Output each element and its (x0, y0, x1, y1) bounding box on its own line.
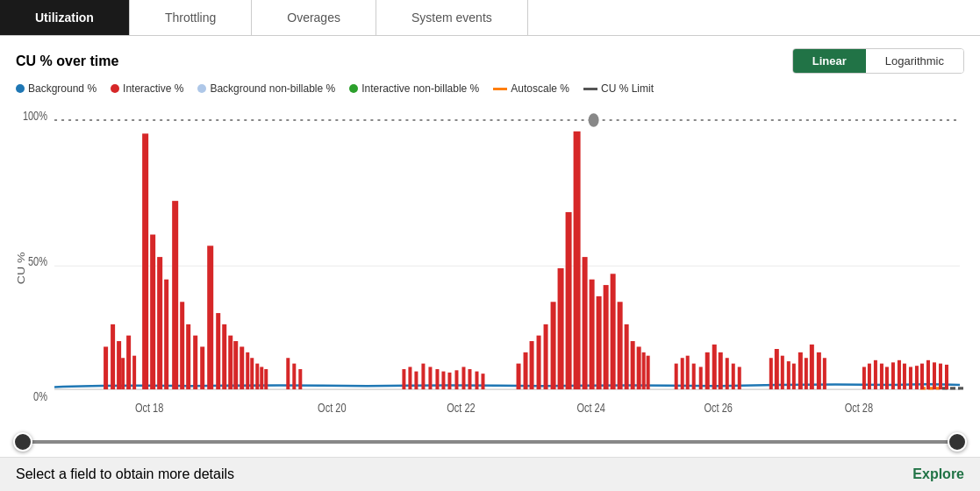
slider-track[interactable] (23, 440, 957, 444)
tab-system-events[interactable]: System events (376, 0, 528, 35)
bar (193, 336, 197, 389)
bar (408, 366, 411, 389)
background-pct-label: Background % (28, 82, 97, 95)
bar (264, 369, 268, 389)
slider-thumb-left[interactable] (13, 432, 32, 452)
autoscale-dash (493, 88, 507, 90)
y-label-100: 100% (23, 110, 47, 124)
bar (517, 364, 521, 389)
main-content: CU % over time Linear Logarithmic Backgr… (0, 36, 980, 457)
bar (637, 346, 641, 389)
bar (719, 352, 723, 389)
slider-row (16, 425, 964, 457)
bottom-bar: Select a field to obtain more details Ex… (0, 457, 980, 491)
bar (732, 364, 735, 389)
bar (246, 352, 249, 389)
bar (939, 364, 942, 389)
bar (233, 341, 238, 389)
bar (738, 366, 741, 389)
bar (530, 341, 534, 389)
bar (104, 346, 108, 389)
bar (537, 336, 541, 389)
bar (402, 369, 405, 389)
bar (216, 313, 220, 389)
bar (675, 364, 678, 389)
bar (180, 302, 184, 389)
slider-fill (23, 440, 957, 444)
background-pct-dot (16, 84, 25, 93)
bar (631, 341, 635, 389)
bar (880, 364, 883, 389)
bar (200, 346, 204, 389)
x-label-oct20: Oct 20 (318, 401, 346, 415)
legend-autoscale: Autoscale % (493, 82, 569, 95)
bar (121, 358, 125, 389)
bar (874, 360, 877, 389)
interactive-non-billable-label: Interactive non-billable % (361, 82, 479, 95)
bar (909, 366, 912, 389)
x-label-oct22: Oct 22 (447, 401, 475, 415)
x-label-oct26: Oct 26 (705, 401, 733, 415)
x-label-oct28: Oct 28 (845, 401, 873, 415)
bar (891, 362, 895, 389)
bar (915, 366, 919, 389)
background-non-billable-label: Background non-billable % (210, 82, 335, 95)
bar (699, 366, 703, 389)
x-label-oct24: Oct 24 (576, 401, 604, 415)
bar (132, 356, 136, 389)
bar (625, 324, 629, 389)
tab-throttling[interactable]: Throttling (130, 0, 252, 35)
slider-thumb-right[interactable] (948, 432, 967, 452)
bar (421, 364, 425, 389)
chart-area: 100% 50% 0% CU % (16, 100, 964, 425)
interactive-non-billable-dot (349, 84, 358, 93)
bar (454, 370, 458, 389)
bar (172, 201, 178, 389)
bar (583, 257, 588, 389)
chart-title: CU % over time (16, 53, 118, 69)
bar (920, 364, 924, 389)
bar (524, 352, 528, 389)
tab-overages[interactable]: Overages (252, 0, 376, 35)
bar (898, 360, 901, 389)
bar (428, 366, 432, 389)
bar (150, 235, 155, 390)
bar (117, 341, 121, 389)
bar (551, 302, 556, 389)
tab-utilization[interactable]: Utilization (0, 0, 130, 35)
bar-spike-oct18 (142, 133, 148, 389)
bar (604, 285, 609, 389)
bar (207, 246, 213, 389)
bar (260, 366, 263, 389)
legend-background-non-billable: Background non-billable % (197, 82, 335, 95)
chart-svg: 100% 50% 0% CU % (16, 100, 964, 425)
bar (414, 372, 418, 389)
y-label-50: 50% (28, 255, 47, 269)
bar (781, 356, 784, 389)
autoscale-label: Autoscale % (511, 82, 569, 95)
bar (240, 346, 244, 389)
explore-button[interactable]: Explore (912, 466, 964, 482)
bar (250, 358, 254, 389)
bar (817, 352, 821, 389)
bar (792, 364, 796, 389)
logarithmic-button[interactable]: Logarithmic (866, 49, 963, 73)
bar-spike-oct24 (574, 132, 581, 389)
bar (481, 374, 484, 389)
bar (705, 352, 710, 389)
bar (544, 324, 548, 389)
bar (823, 358, 826, 389)
bar (805, 358, 808, 389)
legend-background-pct: Background % (16, 82, 97, 95)
legend-cu-limit: CU % Limit (583, 82, 654, 95)
bar (441, 372, 445, 389)
bar (566, 212, 572, 389)
bar (681, 358, 684, 389)
main-container: Utilization Throttling Overages System e… (0, 0, 980, 491)
bar (468, 369, 471, 389)
background-non-billable-dot (197, 84, 206, 93)
bar (255, 364, 259, 389)
bar (798, 352, 803, 389)
linear-button[interactable]: Linear (793, 49, 866, 73)
bar (686, 356, 690, 389)
